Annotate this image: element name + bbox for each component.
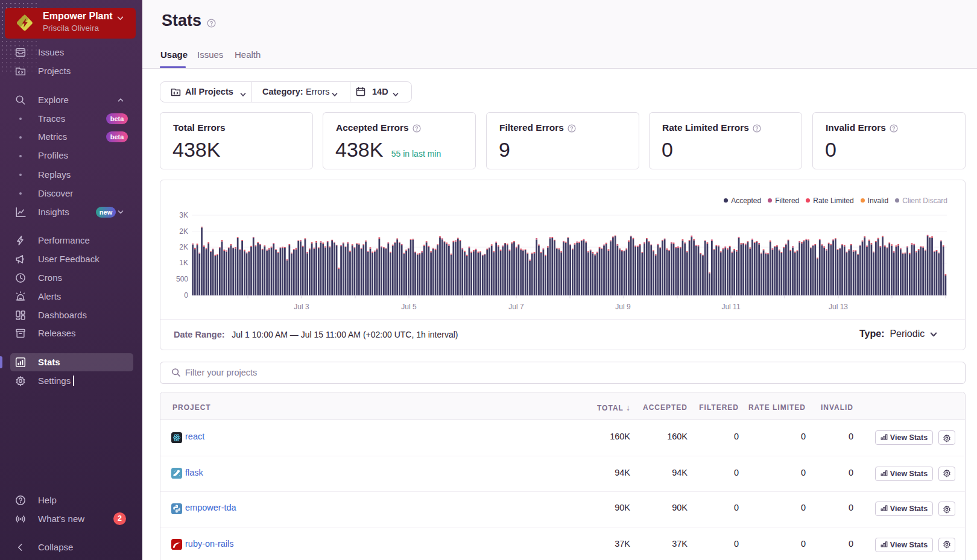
- svg-text:Jul 7: Jul 7: [508, 303, 524, 311]
- svg-text:500: 500: [176, 275, 188, 283]
- svg-text:2K: 2K: [179, 243, 188, 251]
- svg-text:Jul 13: Jul 13: [829, 303, 848, 311]
- svg-text:3K: 3K: [179, 211, 188, 219]
- svg-text:Jul 3: Jul 3: [294, 303, 309, 311]
- svg-text:1K: 1K: [179, 259, 188, 267]
- svg-text:Jul 9: Jul 9: [615, 303, 631, 311]
- svg-text:0: 0: [184, 291, 188, 300]
- svg-text:Jul 11: Jul 11: [721, 303, 740, 311]
- svg-text:2K: 2K: [179, 227, 188, 236]
- svg-text:Jul 5: Jul 5: [401, 303, 417, 311]
